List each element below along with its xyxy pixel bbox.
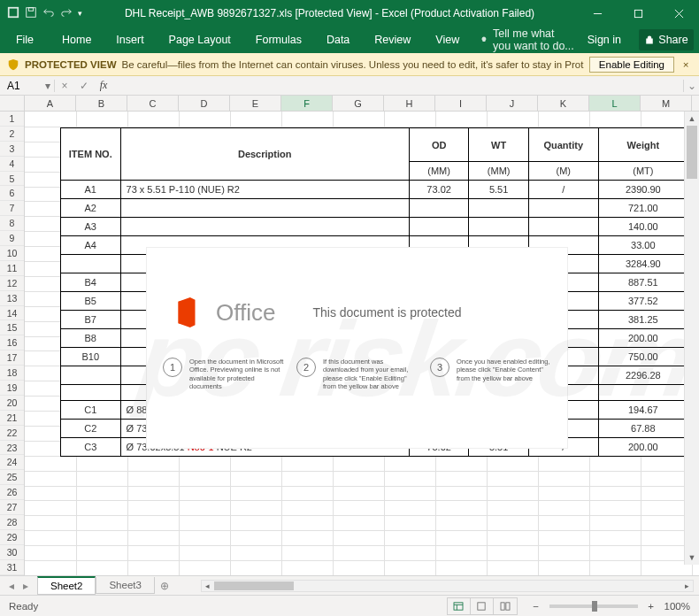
maximize-button[interactable] xyxy=(618,0,658,27)
row-header[interactable]: 3 xyxy=(0,142,24,157)
row-header[interactable]: 20 xyxy=(0,396,24,411)
row-header[interactable]: 13 xyxy=(0,291,24,306)
add-sheet-icon[interactable]: ⊕ xyxy=(155,580,174,592)
row-header[interactable]: 1 xyxy=(0,112,24,127)
tab-page-layout[interactable]: Page Layout xyxy=(157,27,243,53)
sheet-tab-active[interactable]: Sheet2 xyxy=(37,576,96,595)
cells-area[interactable]: ITEM NO. Description OD WT Quantity Weig… xyxy=(25,112,699,591)
hscroll-thumb[interactable] xyxy=(214,581,294,590)
chevron-down-icon[interactable]: ▾ xyxy=(42,80,54,92)
row-header[interactable]: 21 xyxy=(0,411,24,426)
col-header[interactable]: H xyxy=(384,96,435,111)
col-header[interactable]: B xyxy=(76,96,127,111)
scroll-down-icon[interactable]: ▼ xyxy=(685,551,699,565)
cancel-icon[interactable]: × xyxy=(55,80,74,92)
row-header[interactable]: 10 xyxy=(0,246,24,261)
col-header[interactable]: F xyxy=(281,96,333,111)
row-header[interactable]: 5 xyxy=(0,172,24,187)
zoom-out-button[interactable]: − xyxy=(530,601,542,612)
close-button[interactable] xyxy=(658,0,699,27)
row-header[interactable]: 8 xyxy=(0,216,24,231)
sign-in[interactable]: Sign in xyxy=(575,27,634,53)
tab-view[interactable]: View xyxy=(423,27,472,53)
row-header[interactable]: 17 xyxy=(0,350,24,366)
col-header[interactable]: E xyxy=(230,96,281,111)
lightbulb-icon xyxy=(480,34,488,46)
row-header[interactable]: 18 xyxy=(0,366,24,381)
col-header[interactable]: D xyxy=(179,96,230,111)
app-icon xyxy=(7,6,19,21)
row-header[interactable]: 30 xyxy=(0,545,24,560)
select-all-corner[interactable] xyxy=(0,96,25,111)
zoom-in-button[interactable]: + xyxy=(645,601,657,612)
tab-formulas[interactable]: Formulas xyxy=(243,27,314,53)
row-header[interactable]: 27 xyxy=(0,500,24,515)
col-header[interactable]: K xyxy=(538,96,589,111)
name-box[interactable]: A1 ▾ xyxy=(0,80,55,92)
col-header[interactable]: J xyxy=(487,96,538,111)
enable-editing-button[interactable]: Enable Editing xyxy=(589,57,674,73)
normal-view-icon[interactable] xyxy=(448,598,471,614)
row-header[interactable]: 7 xyxy=(0,201,24,216)
enter-icon[interactable]: ✓ xyxy=(74,80,94,92)
vertical-scrollbar[interactable]: ▲ ▼ xyxy=(684,112,699,565)
scroll-left-icon[interactable]: ◂ xyxy=(202,581,214,591)
column-headers: A B C D E F G H I J K L M xyxy=(0,96,699,112)
row-header[interactable]: 28 xyxy=(0,515,24,530)
sheet-tab-bar: ◂ ▸ Sheet2 Sheet3 ⊕ ◂ ▸ xyxy=(0,575,699,595)
status-ready: Ready xyxy=(9,601,447,612)
page-layout-view-icon[interactable] xyxy=(471,598,494,614)
row-header[interactable]: 12 xyxy=(0,276,24,291)
col-header[interactable]: A xyxy=(25,96,76,111)
row-header[interactable]: 23 xyxy=(0,441,24,456)
tell-me[interactable]: Tell me what you want to do... xyxy=(472,27,575,53)
save-icon[interactable] xyxy=(25,6,37,21)
fx-icon[interactable]: fx xyxy=(94,79,113,92)
svg-rect-8 xyxy=(454,602,463,609)
row-header[interactable]: 15 xyxy=(0,320,24,335)
tab-home[interactable]: Home xyxy=(50,27,104,53)
undo-icon[interactable] xyxy=(42,6,55,21)
tab-data[interactable]: Data xyxy=(314,27,362,53)
sheet-nav-next-icon[interactable]: ▸ xyxy=(19,580,32,592)
scroll-thumb[interactable] xyxy=(687,126,697,179)
col-header[interactable]: L xyxy=(589,96,641,111)
row-header[interactable]: 25 xyxy=(0,470,24,485)
zoom-slider[interactable] xyxy=(549,604,638,608)
sheet-tab[interactable]: Sheet3 xyxy=(96,577,154,594)
row-header[interactable]: 29 xyxy=(0,530,24,545)
scroll-right-icon[interactable]: ▸ xyxy=(680,581,693,591)
row-header[interactable]: 16 xyxy=(0,335,24,350)
row-header[interactable]: 6 xyxy=(0,186,24,201)
row-header[interactable]: 14 xyxy=(0,306,24,321)
expand-icon[interactable]: ⌄ xyxy=(683,80,699,92)
row-header[interactable]: 24 xyxy=(0,455,24,470)
minimize-button[interactable] xyxy=(577,0,618,27)
tab-insert[interactable]: Insert xyxy=(104,27,156,53)
tab-review[interactable]: Review xyxy=(362,27,423,53)
col-header[interactable]: I xyxy=(435,96,487,111)
redo-icon[interactable] xyxy=(60,6,73,21)
col-header[interactable]: C xyxy=(127,96,179,111)
row-header[interactable]: 26 xyxy=(0,485,24,500)
zoom-level[interactable]: 100% xyxy=(664,601,690,612)
spreadsheet-grid[interactable]: A B C D E F G H I J K L M 12345678910111… xyxy=(0,96,699,591)
sheet-nav-prev-icon[interactable]: ◂ xyxy=(5,580,18,592)
col-header[interactable]: M xyxy=(641,96,692,111)
row-header[interactable]: 19 xyxy=(0,381,24,396)
row-header[interactable]: 2 xyxy=(0,127,24,142)
file-tab[interactable]: File xyxy=(0,27,50,53)
row-header[interactable]: 4 xyxy=(0,157,24,172)
col-header[interactable]: G xyxy=(333,96,384,111)
row-header[interactable]: 11 xyxy=(0,261,24,276)
horizontal-scrollbar[interactable]: ◂ ▸ xyxy=(201,580,694,592)
close-icon[interactable]: × xyxy=(680,59,692,70)
row-header[interactable]: 31 xyxy=(0,560,24,575)
row-header[interactable]: 22 xyxy=(0,426,24,441)
share-button[interactable]: Share xyxy=(639,29,694,50)
row-header[interactable]: 9 xyxy=(0,231,24,246)
share-icon xyxy=(644,35,655,45)
scroll-up-icon[interactable]: ▲ xyxy=(685,112,699,126)
page-break-view-icon[interactable] xyxy=(494,598,517,614)
zoom-control: − + 100% xyxy=(530,601,690,612)
